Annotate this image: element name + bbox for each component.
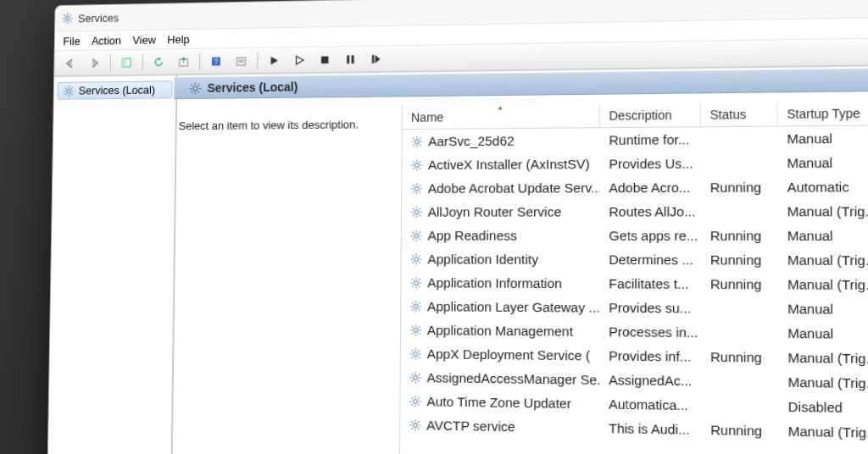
svg-line-129 <box>418 350 420 352</box>
column-header-status[interactable]: Status <box>701 102 778 126</box>
gear-icon <box>410 276 422 289</box>
svg-rect-21 <box>372 54 375 63</box>
svg-line-136 <box>418 379 420 381</box>
service-startup: Automatic <box>778 179 868 195</box>
svg-line-100 <box>419 285 420 287</box>
service-startup: Manual <box>778 325 868 341</box>
service-row[interactable]: AarSvc_25d62Runtime for...Manual <box>402 125 868 153</box>
svg-rect-15 <box>237 57 246 64</box>
service-description: This is Audi... <box>599 420 701 437</box>
service-status <box>701 405 778 406</box>
service-status: Running <box>701 349 778 365</box>
menu-view[interactable]: View <box>132 33 155 46</box>
service-description: Provides su... <box>600 300 702 316</box>
svg-line-117 <box>412 326 414 328</box>
gear-icon <box>410 206 422 218</box>
svg-line-65 <box>413 191 415 192</box>
svg-rect-19 <box>347 55 349 64</box>
service-status: Running <box>701 228 778 243</box>
restart-service-button[interactable] <box>364 48 387 69</box>
column-header-startup[interactable]: Startup Type <box>777 100 868 125</box>
toolbar-separator <box>142 53 143 70</box>
column-header-description[interactable]: Description <box>600 102 701 127</box>
svg-line-101 <box>412 285 414 287</box>
svg-line-36 <box>192 84 193 86</box>
toolbar-separator <box>199 53 200 69</box>
svg-line-144 <box>411 397 413 399</box>
back-button[interactable] <box>59 53 81 73</box>
svg-line-57 <box>420 161 421 163</box>
export-list-button[interactable] <box>173 51 195 71</box>
pause-service-button[interactable] <box>339 48 361 69</box>
service-row[interactable]: Application InformationFacilitates t...R… <box>401 271 868 298</box>
svg-line-119 <box>412 332 414 334</box>
svg-point-58 <box>415 186 419 191</box>
service-status <box>701 332 778 333</box>
window-title: Services <box>78 11 119 25</box>
detail-pane: Services (Local) Select an item to view … <box>172 64 868 454</box>
svg-line-54 <box>413 161 415 163</box>
svg-line-82 <box>419 238 420 240</box>
service-description: Routes AllJo... <box>600 204 701 219</box>
svg-line-63 <box>413 184 415 185</box>
properties-button[interactable] <box>231 50 253 70</box>
svg-line-84 <box>419 231 420 233</box>
service-startup: Manual <box>778 228 868 243</box>
svg-line-29 <box>65 93 67 95</box>
svg-line-126 <box>412 349 414 351</box>
service-name: AVCTP service <box>426 418 515 435</box>
gear-icon <box>410 182 422 194</box>
gear-icon <box>410 230 422 241</box>
refresh-button[interactable] <box>147 52 170 72</box>
service-startup: Manual <box>778 154 868 170</box>
gear-icon <box>409 347 421 360</box>
service-startup: Manual (Trig... <box>778 203 868 219</box>
forward-button[interactable] <box>84 53 105 73</box>
svg-line-30 <box>71 87 73 89</box>
service-row[interactable]: ActiveX Installer (AxInstSV)Provides Us.… <box>402 149 868 176</box>
svg-line-38 <box>191 91 192 93</box>
service-startup: Manual (Trig... <box>779 374 868 391</box>
stop-service-button[interactable] <box>314 49 336 70</box>
service-row[interactable]: Application IdentityDetermines ...Runnin… <box>402 247 868 274</box>
start-service-button[interactable] <box>263 50 285 71</box>
tree-root-item[interactable]: Services (Local) <box>58 80 173 100</box>
service-startup: Manual (Trig... <box>778 276 868 292</box>
service-row[interactable]: AllJoyn Router ServiceRoutes AllJo...Man… <box>402 198 868 223</box>
svg-line-75 <box>419 208 420 209</box>
svg-line-109 <box>419 308 420 310</box>
service-startup: Manual <box>777 130 868 147</box>
svg-point-67 <box>415 210 419 214</box>
menu-action[interactable]: Action <box>92 34 121 47</box>
show-hide-tree-button[interactable] <box>115 52 137 72</box>
svg-point-139 <box>414 399 418 403</box>
svg-point-76 <box>415 233 419 237</box>
svg-line-5 <box>64 14 65 16</box>
help-button[interactable]: ? <box>205 51 227 71</box>
svg-line-154 <box>418 428 420 429</box>
svg-point-31 <box>193 86 198 91</box>
gear-icon <box>410 252 422 264</box>
column-header-name[interactable]: Name ▴ <box>403 103 600 129</box>
svg-line-64 <box>420 191 421 192</box>
services-window: Services File Action View Help ? <box>47 0 868 454</box>
menu-file[interactable]: File <box>63 35 80 47</box>
service-status: Running <box>701 180 778 195</box>
service-row[interactable]: App ReadinessGets apps re...RunningManua… <box>402 224 868 248</box>
service-name: Adobe Acrobat Update Serv... <box>428 180 600 196</box>
service-name: AppX Deployment Service ( <box>427 346 590 363</box>
service-name: AllJoyn Router Service <box>428 204 562 219</box>
service-status <box>701 139 778 140</box>
svg-line-110 <box>412 308 414 310</box>
svg-line-93 <box>419 255 420 257</box>
start-service-alt-button[interactable] <box>288 49 310 70</box>
service-name: Application Information <box>427 275 562 291</box>
service-description: Facilitates t... <box>600 276 702 291</box>
svg-line-37 <box>198 91 199 93</box>
service-description: Processes in... <box>600 324 702 340</box>
svg-line-120 <box>419 326 420 328</box>
menu-help[interactable]: Help <box>167 32 189 45</box>
service-row[interactable]: Adobe Acrobat Update Serv...Adobe Acro..… <box>402 174 868 200</box>
svg-line-46 <box>420 144 421 146</box>
service-startup: Manual (Trig... <box>778 252 868 269</box>
